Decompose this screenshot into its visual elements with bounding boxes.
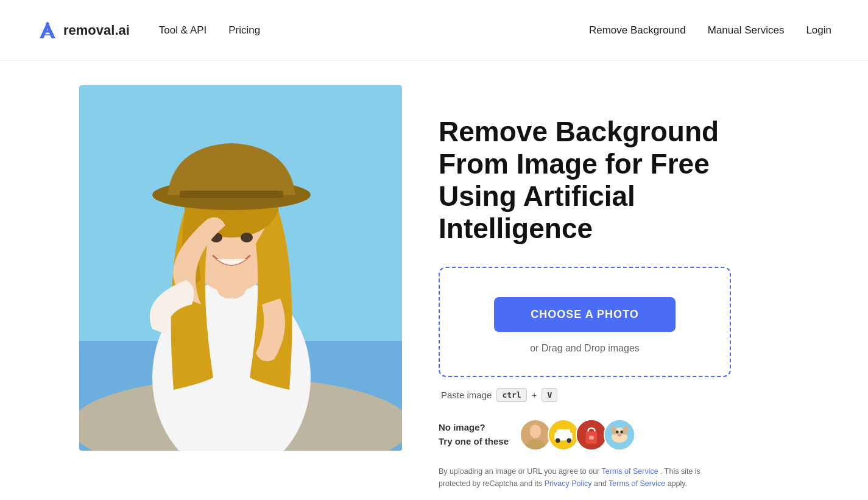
svg-point-17	[556, 438, 560, 442]
svg-point-28	[620, 431, 623, 434]
no-image-text: No image? Try one of these	[439, 421, 509, 448]
upload-area[interactable]: CHOOSE A PHOTO or Drag and Drop images	[439, 267, 731, 377]
logo-text: removal.ai	[63, 23, 130, 38]
paste-label: Paste image	[441, 390, 492, 400]
drag-drop-text: or Drag and Drop images	[454, 343, 715, 354]
nav-link-pricing[interactable]: Pricing	[228, 21, 260, 40]
choose-photo-button[interactable]: CHOOSE A PHOTO	[494, 297, 675, 332]
nav-link-manual-services[interactable]: Manual Services	[708, 21, 785, 40]
nav-links: Tool & API Pricing	[159, 21, 260, 40]
sample-thumb-person[interactable]	[520, 419, 551, 451]
logo-icon	[37, 19, 58, 41]
main-content: Remove Background From Image for Free Us…	[0, 61, 868, 500]
nav-left: removal.ai Tool & API Pricing	[37, 19, 260, 41]
svg-point-0	[46, 22, 49, 25]
svg-rect-9	[180, 191, 283, 198]
terms-of-service-link-1[interactable]: Terms of Service	[602, 467, 658, 476]
navbar: removal.ai Tool & API Pricing Remove Bac…	[0, 0, 868, 61]
login-button[interactable]: Login	[806, 24, 831, 37]
privacy-policy-link[interactable]: Privacy Policy	[545, 479, 592, 488]
plus-sign: +	[532, 390, 537, 400]
sample-thumb-bag[interactable]	[576, 419, 607, 451]
hero-image-container	[79, 85, 402, 451]
nav-link-tool-api[interactable]: Tool & API	[159, 21, 206, 40]
right-panel: Remove Background From Image for Free Us…	[439, 85, 731, 490]
no-image-row: No image? Try one of these	[439, 419, 731, 451]
terms-of-service-link-2[interactable]: Terms of Service	[609, 479, 665, 488]
sample-thumb-dog[interactable]	[604, 419, 635, 451]
sample-images	[520, 419, 635, 451]
svg-point-11	[241, 233, 253, 242]
hero-person-image	[79, 85, 402, 451]
v-key: V	[542, 388, 557, 402]
paste-row: Paste image ctrl + V	[439, 388, 731, 402]
nav-link-remove-bg[interactable]: Remove Background	[589, 21, 686, 40]
sample-thumb-car[interactable]	[548, 419, 579, 451]
hero-title: Remove Background From Image for Free Us…	[439, 116, 731, 245]
svg-rect-21	[589, 435, 593, 439]
svg-point-29	[617, 433, 621, 437]
logo[interactable]: removal.ai	[37, 19, 130, 41]
terms-text: By uploading an image or URL you agree t…	[439, 465, 731, 490]
svg-rect-16	[557, 429, 570, 434]
svg-point-18	[567, 438, 571, 442]
ctrl-key: ctrl	[496, 388, 526, 402]
nav-right: Remove Background Manual Services Login	[589, 21, 831, 40]
svg-point-13	[530, 424, 541, 438]
svg-point-27	[616, 431, 619, 434]
